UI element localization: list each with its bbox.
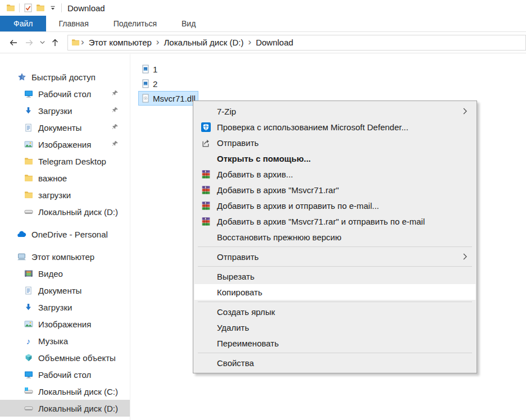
up-button[interactable]	[47, 35, 63, 51]
tab-file[interactable]: Файл	[0, 16, 46, 31]
breadcrumb-chevron-icon: ›	[247, 37, 252, 48]
winrar-icon	[200, 216, 211, 226]
context-menu: 7-Zip Проверка с использованием Microsof…	[193, 101, 477, 373]
folder-icon	[24, 190, 33, 200]
breadcrumb-local-disk-d[interactable]: Локальный диск (D:)	[161, 38, 247, 47]
menu-item-restore-previous-version[interactable]: Восстановить прежнюю версию	[194, 229, 475, 245]
sidebar-item-downloads-pinned[interactable]: Загрузки	[0, 102, 130, 119]
sidebar-section-gap	[0, 220, 130, 226]
navigation-pane: Быстрый доступ Рабочий стол Загрузки Док…	[0, 54, 130, 420]
winrar-icon	[200, 185, 211, 195]
file-item-msvcr71-dll[interactable]: Msvcr71.dll	[138, 91, 198, 106]
downloads-icon	[24, 303, 33, 312]
sidebar-item-onedrive[interactable]: OneDrive - Personal	[0, 226, 130, 243]
menu-item-create-shortcut[interactable]: Создать ярлык	[194, 304, 475, 319]
sidebar-item-documents-pinned[interactable]: Документы	[0, 119, 130, 136]
pin-icon	[112, 140, 119, 147]
ribbon-tab-bar: Файл Главная Поделиться Вид	[0, 16, 526, 32]
forward-button[interactable]	[21, 35, 37, 51]
properties-quick-icon[interactable]	[22, 2, 34, 14]
sidebar-item-music[interactable]: ♪ Музыка	[0, 332, 130, 349]
sidebar-item-this-pc[interactable]: Этот компьютер	[0, 248, 130, 265]
pin-icon	[112, 107, 119, 113]
sidebar-item-pictures[interactable]: Изображения	[0, 316, 130, 332]
qat-divider	[19, 3, 20, 12]
share-icon	[200, 138, 211, 148]
drive-windows-icon	[24, 387, 33, 396]
image-file-icon	[141, 65, 150, 74]
menu-item-properties[interactable]: Свойства	[194, 355, 475, 371]
navigation-bar: › Этот компьютер › Локальный диск (D:) ›…	[0, 32, 526, 53]
menu-separator	[198, 302, 472, 302]
menu-item-add-to-archive-named[interactable]: Добавить в архив "Msvcr71.rar"	[194, 182, 475, 198]
menu-item-add-to-archive[interactable]: Добавить в архив...	[194, 166, 475, 182]
defender-shield-icon	[200, 122, 211, 132]
sidebar-item-vazhnoe[interactable]: важное	[0, 170, 130, 186]
menu-item-cut[interactable]: Вырезать	[194, 268, 475, 284]
submenu-chevron-icon	[462, 108, 469, 115]
sidebar-item-local-disk-d-quick[interactable]: Локальный диск (D:)	[0, 203, 130, 220]
sidebar-item-pictures-pinned[interactable]: Изображения	[0, 136, 130, 153]
menu-item-add-archive-email[interactable]: Добавить в архив и отправить по e-mail..…	[194, 198, 475, 213]
new-folder-quick-icon[interactable]	[34, 2, 47, 14]
sidebar-item-desktop-pinned[interactable]: Рабочий стол	[0, 85, 130, 102]
sidebar-item-telegram-desktop[interactable]: Telegram Desktop	[0, 153, 130, 170]
no-icon	[200, 287, 211, 297]
submenu-chevron-icon	[462, 253, 469, 260]
address-bar[interactable]: › Этот компьютер › Локальный диск (D:) ›…	[67, 35, 526, 51]
recent-locations-dropdown-icon[interactable]	[37, 35, 47, 51]
menu-item-share[interactable]: Отправить	[194, 135, 475, 150]
menu-separator	[198, 353, 472, 353]
downloads-icon	[24, 106, 33, 116]
winrar-icon	[200, 200, 211, 211]
sidebar-item-downloads[interactable]: Загрузки	[0, 299, 130, 316]
breadcrumb-this-pc[interactable]: Этот компьютер	[85, 38, 155, 47]
pictures-icon	[24, 140, 33, 149]
no-icon	[200, 271, 211, 281]
menu-item-send-to[interactable]: Отправить	[194, 249, 475, 264]
menu-item-7zip[interactable]: 7-Zip	[194, 103, 475, 119]
videos-icon	[24, 269, 33, 279]
no-icon	[200, 252, 211, 262]
file-item-2[interactable]: 2	[138, 76, 160, 91]
sidebar-item-documents[interactable]: Документы	[0, 282, 130, 299]
file-item-1[interactable]: 1	[138, 62, 160, 76]
menu-separator	[198, 246, 472, 247]
menu-item-defender-scan[interactable]: Проверка с использованием Microsoft Defe…	[194, 119, 475, 135]
menu-item-copy[interactable]: Копировать	[194, 284, 475, 300]
drive-icon	[24, 207, 33, 217]
sidebar-item-videos[interactable]: Видео	[0, 265, 130, 282]
explorer-folder-icon[interactable]	[4, 2, 17, 14]
no-icon	[200, 307, 211, 317]
sidebar-section-gap	[0, 243, 130, 248]
no-icon	[200, 338, 211, 348]
sidebar-item-desktop[interactable]: Рабочий стол	[0, 366, 130, 383]
no-icon	[200, 232, 211, 242]
no-icon	[200, 153, 211, 163]
quick-access-star-icon	[17, 72, 26, 82]
pin-icon	[112, 124, 119, 130]
folder-icon	[24, 174, 33, 183]
sidebar-item-local-disk-d[interactable]: Локальный диск (D:)	[0, 400, 130, 417]
menu-item-delete[interactable]: Удалить	[194, 319, 475, 335]
menu-item-rename[interactable]: Переименовать	[194, 335, 475, 351]
this-pc-icon	[17, 252, 26, 262]
title-bar: Download	[0, 0, 526, 16]
tab-home[interactable]: Главная	[46, 16, 101, 31]
menu-item-open-with[interactable]: Открыть с помощью...	[194, 150, 475, 166]
customize-qat-dropdown-icon[interactable]	[47, 2, 59, 14]
desktop-icon	[24, 370, 33, 380]
sidebar-item-local-disk-c[interactable]: Локальный диск (C:)	[0, 383, 130, 400]
file-list: 1 2 Msvcr71.dll	[130, 54, 526, 106]
breadcrumb-download[interactable]: Download	[252, 38, 297, 47]
sidebar-item-quick-access[interactable]: Быстрый доступ	[0, 69, 130, 85]
sidebar-item-zagruzki-folder[interactable]: загрузки	[0, 186, 130, 203]
pictures-icon	[24, 319, 33, 329]
address-folder-icon	[71, 38, 80, 47]
menu-item-add-archive-named-email[interactable]: Добавить в архив "Msvcr71.rar" и отправи…	[194, 213, 475, 229]
tab-share[interactable]: Поделиться	[101, 16, 169, 31]
tab-view[interactable]: Вид	[169, 16, 208, 31]
sidebar-item-3d-objects[interactable]: Объемные объекты	[0, 349, 130, 366]
folder-icon	[24, 157, 33, 166]
back-button[interactable]	[6, 35, 21, 51]
